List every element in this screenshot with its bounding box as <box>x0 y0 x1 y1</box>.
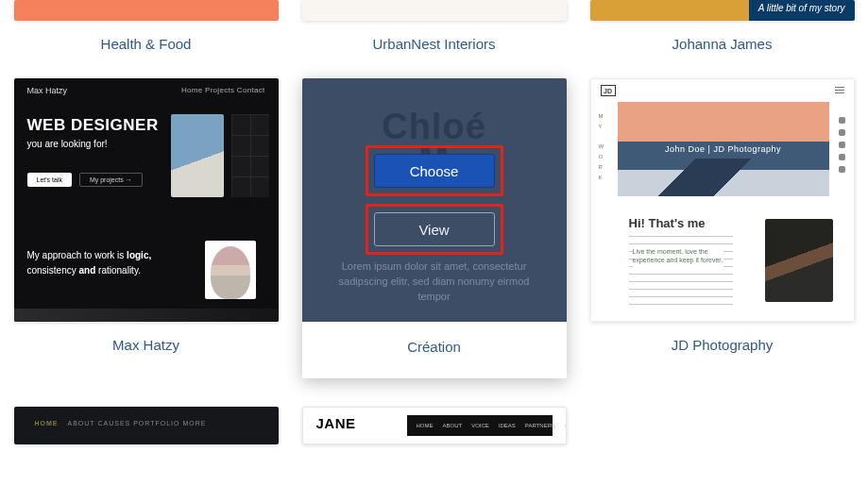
template-thumb-max-hatzy[interactable]: Max Hatzy Home Projects Contact WEB DESI… <box>14 78 279 322</box>
thumb-footer-strip <box>14 309 279 322</box>
thumb-cta-secondary: My projects → <box>79 173 143 187</box>
template-card-creation-hovered: ChloéM Choose View Lorem ipsum dolor sit… <box>302 78 567 378</box>
template-thumb-johanna[interactable]: A little bit of my story <box>590 0 855 21</box>
view-button[interactable]: View <box>374 212 495 246</box>
thumb-cta-primary: Let's talk <box>27 173 72 187</box>
template-label-urbannest[interactable]: UrbanNest Interiors <box>372 36 495 52</box>
thumb-heading: WEB DESIGNER <box>27 116 159 135</box>
thumb-caption: A little bit of my story <box>758 3 845 13</box>
thumb-brand: Max Hatzy <box>27 86 68 95</box>
thumb-image <box>171 114 224 197</box>
template-thumb-dark-portfolio[interactable]: HOMEABOUT CAUSES PORTFOLIO MORE <box>14 407 279 444</box>
thumb-navbar: HOMEABOUTVOICEIDEASPARTNERSCONTACT <box>407 415 553 436</box>
template-thumb-jane[interactable]: JANE HOMEABOUTVOICEIDEASPARTNERSCONTACT <box>302 407 567 444</box>
thumb-portrait <box>765 219 833 302</box>
thumb-nav: Home Projects Contact <box>181 86 265 94</box>
template-thumb-creation[interactable]: ChloéM Choose View Lorem ipsum dolor sit… <box>302 78 567 322</box>
choose-button[interactable]: Choose <box>374 154 495 188</box>
template-thumb-health-food[interactable] <box>14 0 279 21</box>
hamburger-icon <box>835 87 844 94</box>
template-thumb-jd-photography[interactable]: JD M Y W O R K John Doe | JD Photography… <box>590 78 855 322</box>
thumb-subheading: you are looking for! <box>27 139 159 149</box>
highlight-view: View <box>366 204 503 255</box>
thumb-side-label: M Y W O R K <box>599 111 605 183</box>
template-label-max-hatzy[interactable]: Max Hatzy <box>112 337 179 353</box>
template-label-johanna[interactable]: Johanna James <box>672 36 773 52</box>
template-label-jd-photography[interactable]: JD Photography <box>672 337 774 353</box>
thumb-hero-text: John Doe | JD Photography <box>665 144 781 154</box>
thumb-image-grid <box>231 114 269 197</box>
thumb-portrait <box>205 241 256 299</box>
template-label-creation[interactable]: Création <box>302 322 567 372</box>
thumb-social-icons <box>839 117 846 173</box>
thumb-hero-image: John Doe | JD Photography <box>618 102 829 196</box>
thumb-logo: JANE <box>316 415 356 431</box>
thumb-logo: JD <box>601 85 616 96</box>
highlight-choose: Choose <box>366 145 503 196</box>
thumb-nav: HOMEABOUT CAUSES PORTFOLIO MORE <box>35 420 207 426</box>
thumb-lorem: Lorem ipsum dolor sit amet, consectetur … <box>329 259 540 305</box>
template-thumb-urbannest[interactable] <box>302 0 567 21</box>
template-label-health-food[interactable]: Health & Food <box>101 36 192 52</box>
thumb-quote: Live the moment, love the experience and… <box>633 244 723 267</box>
thumb-tagline: My approach to work is logic, consistenc… <box>27 248 152 278</box>
thumb-heading: Hi! That's me <box>629 216 706 230</box>
